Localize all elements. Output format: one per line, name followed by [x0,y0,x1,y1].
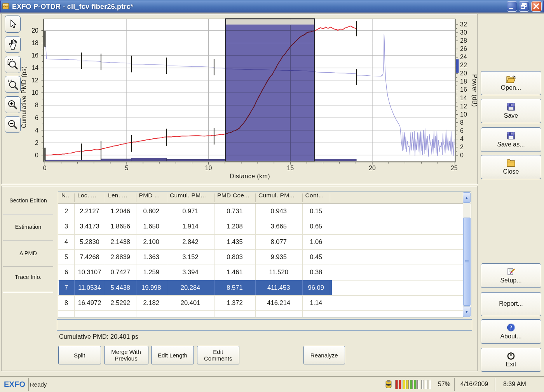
svg-text:30: 30 [460,29,467,36]
svg-text:18: 18 [31,40,38,46]
svg-text:20: 20 [460,70,467,77]
svg-text:15: 15 [287,165,294,171]
svg-text:26: 26 [460,45,467,52]
svg-text:24: 24 [460,54,467,60]
svg-text:4: 4 [35,127,38,134]
svg-text:25: 25 [451,165,458,171]
svg-text:10: 10 [31,89,38,96]
svg-text:0: 0 [35,152,38,159]
svg-text:2: 2 [460,144,464,150]
svg-text:14: 14 [31,64,38,71]
svg-text:16: 16 [31,52,38,59]
svg-text:6: 6 [35,115,38,121]
svg-text:14: 14 [460,95,467,101]
svg-text:20: 20 [31,27,38,34]
svg-text:0: 0 [43,165,47,171]
svg-text:0: 0 [460,152,464,159]
svg-text:2: 2 [35,139,38,146]
svg-text:?: ? [510,325,513,331]
svg-text:10: 10 [205,165,212,171]
svg-text:10: 10 [460,111,467,118]
svg-text:5: 5 [125,165,129,171]
svg-text:6: 6 [460,127,464,134]
svg-text:20: 20 [369,165,376,171]
svg-text:Power (dB): Power (dB) [471,74,478,107]
svg-text:Distance (km): Distance (km) [230,173,270,179]
svg-text:12: 12 [31,77,38,84]
svg-text:28: 28 [460,37,467,44]
svg-text:22: 22 [460,62,467,68]
svg-text:4: 4 [460,136,464,142]
svg-text:32: 32 [460,21,467,28]
svg-text:8: 8 [35,102,38,108]
svg-text:16: 16 [460,86,467,93]
svg-text:12: 12 [460,103,467,110]
svg-text:18: 18 [460,78,467,85]
svg-text:Cumulative PMD (ps): Cumulative PMD (ps) [21,66,27,128]
svg-text:8: 8 [460,119,464,126]
